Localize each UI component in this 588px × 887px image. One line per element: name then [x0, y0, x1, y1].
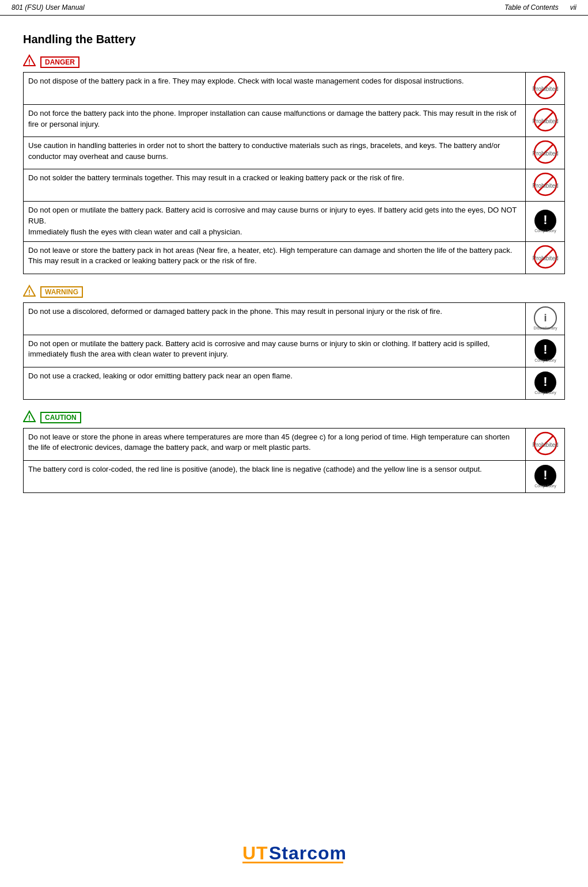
warning-triangle-icon: ! — [23, 285, 36, 300]
svg-text:Prohibited: Prohibited — [533, 442, 558, 448]
table-row: Use caution in handling batteries in ord… — [24, 137, 565, 169]
header-manual-title: 801 (FSU) User Manual — [12, 3, 85, 12]
utstarcom-logo: UT Starcom — [242, 837, 346, 870]
warning-icon-cell: Prohibited — [526, 169, 565, 202]
svg-text:Compulsory: Compulsory — [534, 391, 556, 395]
warning-icon-cell: ! Compulsory — [526, 460, 565, 492]
header-toc: Table of Contents — [504, 3, 559, 12]
table-row: Do not use a discolored, deformed or dam… — [24, 302, 565, 335]
warning-icon-cell: Prohibited — [526, 137, 565, 169]
warning-icon-cell: ! Compulsory — [526, 335, 565, 367]
header-right: Table of Contents vii — [504, 3, 576, 12]
svg-text:!: ! — [28, 289, 31, 297]
svg-text:Prohibited: Prohibited — [533, 86, 558, 92]
warning-text-cell: Do not dispose of the battery pack in a … — [24, 73, 526, 105]
caution-triangle-icon: ! — [23, 410, 36, 426]
svg-text:Starcom: Starcom — [269, 843, 346, 863]
svg-text:!: ! — [543, 468, 547, 482]
main-content: Handling the Battery ! DANGER Do not dis… — [0, 16, 588, 526]
table-row: Do not open or mutilate the battery pack… — [24, 202, 565, 242]
page-footer: UT Starcom — [0, 837, 588, 870]
warning-text-cell: Use caution in handling batteries in ord… — [24, 137, 526, 169]
table-row: Do not dispose of the battery pack in a … — [24, 73, 565, 105]
warning-icon-cell: Prohibited — [526, 241, 565, 274]
svg-text:Prohibited: Prohibited — [533, 118, 558, 124]
warning-text-cell: Do not open or mutilate the battery pack… — [24, 202, 526, 242]
table-row: Do not use a cracked, leaking or odor em… — [24, 367, 565, 399]
warning-text-cell: Do not open or mutilate the battery pack… — [24, 335, 526, 367]
header-page: vii — [570, 3, 576, 12]
warning-text-cell: Do not leave or store the battery pack i… — [24, 241, 526, 274]
page-header: 801 (FSU) User Manual Table of Contents … — [0, 0, 588, 16]
warning-icon-cell: ! Compulsory — [526, 367, 565, 399]
svg-text:!: ! — [28, 58, 31, 66]
warning-alert-row: ! WARNING — [23, 285, 565, 300]
section-title: Handling the Battery — [23, 33, 565, 46]
svg-text:Prohibited: Prohibited — [533, 183, 558, 189]
warning-icon-cell: Prohibited — [526, 73, 565, 105]
caution-badge: CAUTION — [40, 412, 81, 423]
warning-text-cell: The battery cord is color-coded, the red… — [24, 460, 526, 492]
warning-table: Do not use a discolored, deformed or dam… — [23, 302, 565, 400]
warning-text-cell: Do not force the battery pack into the p… — [24, 105, 526, 137]
warning-icon-cell: ! Compulsory — [526, 202, 565, 242]
danger-badge: DANGER — [40, 56, 79, 68]
svg-rect-41 — [242, 862, 343, 863]
svg-text:Compulsory: Compulsory — [534, 484, 556, 488]
svg-text:UT: UT — [242, 843, 268, 863]
table-row: Do not open or mutilate the battery pack… — [24, 335, 565, 367]
table-row: The battery cord is color-coded, the red… — [24, 460, 565, 492]
table-row: Do not leave or store the battery pack i… — [24, 241, 565, 274]
caution-table: Do not leave or store the phone in areas… — [23, 428, 565, 493]
warning-icon-cell: Prohibited — [526, 105, 565, 137]
warning-icon-cell: Prohibited — [526, 428, 565, 460]
warning-text-cell: Do not solder the battery terminals toge… — [24, 169, 526, 202]
svg-text:!: ! — [543, 213, 547, 227]
caution-alert-row: ! CAUTION — [23, 410, 565, 426]
danger-alert-row: ! DANGER — [23, 54, 565, 70]
table-row: Do not force the battery pack into the p… — [24, 105, 565, 137]
table-row: Do not solder the battery terminals toge… — [24, 169, 565, 202]
svg-text:Prohibited: Prohibited — [533, 150, 558, 157]
svg-text:Discretionary: Discretionary — [533, 326, 557, 331]
svg-text:i: i — [544, 312, 547, 324]
warning-text-cell: Do not use a cracked, leaking or odor em… — [24, 367, 526, 399]
table-row: Do not leave or store the phone in areas… — [24, 428, 565, 460]
svg-text:!: ! — [543, 374, 547, 389]
svg-text:Prohibited: Prohibited — [533, 255, 558, 261]
svg-text:!: ! — [28, 414, 31, 422]
warning-icon-cell: i Discretionary — [526, 302, 565, 335]
danger-triangle-icon: ! — [23, 54, 36, 70]
svg-text:Compulsory: Compulsory — [534, 358, 556, 363]
svg-text:Compulsory: Compulsory — [534, 229, 556, 233]
warning-badge: WARNING — [40, 286, 83, 298]
svg-text:!: ! — [543, 342, 547, 357]
danger-table: Do not dispose of the battery pack in a … — [23, 72, 565, 274]
warning-text-cell: Do not use a discolored, deformed or dam… — [24, 302, 526, 335]
warning-text-cell: Do not leave or store the phone in areas… — [24, 428, 526, 460]
